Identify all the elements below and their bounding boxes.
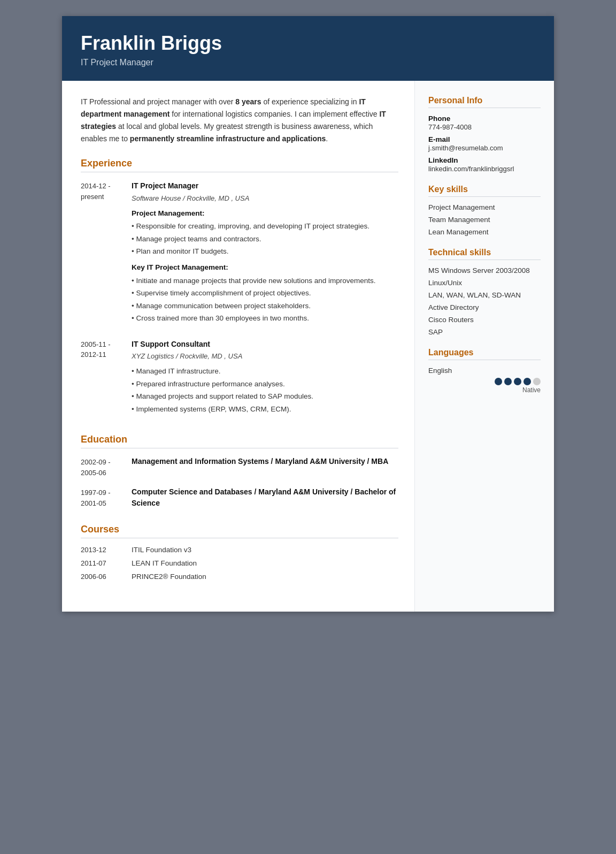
exp-job-title: IT Support Consultant (132, 338, 398, 350)
dot-2 (504, 378, 512, 385)
education-title: Education (81, 434, 398, 448)
education-entry: 2002-09 -2005-06 Management and Informat… (81, 456, 398, 478)
candidate-title: IT Project Manager (81, 58, 535, 67)
candidate-name: Franklin Briggs (81, 32, 535, 55)
main-column: IT Professional and project manager with… (62, 81, 415, 612)
exp-bullets: Managed IT infrastructure. Prepared infr… (132, 365, 398, 415)
language-name: English (428, 367, 541, 375)
course-date: 2006-06 (81, 573, 132, 581)
experience-title: Experience (81, 158, 398, 172)
dot-4 (523, 378, 531, 385)
technical-skill-item: Cisco Routers (428, 316, 541, 324)
key-skills-section: Key skills Project Management Team Manag… (428, 185, 541, 236)
course-name: LEAN IT Foundation (132, 559, 398, 567)
courses-title: Courses (81, 524, 398, 538)
course-name: ITIL Foundation v3 (132, 546, 398, 554)
resume-body: IT Professional and project manager with… (62, 81, 554, 612)
bullet-item: Managed IT infrastructure. (132, 365, 398, 377)
course-name: PRINCE2® Foundation (132, 573, 398, 581)
language-dots (428, 378, 541, 385)
exp-job-title: IT Project Manager (132, 180, 398, 192)
phone-value: 774-987-4008 (428, 123, 541, 131)
experience-entry: 2014-12 -present IT Project Manager Soft… (81, 180, 398, 329)
bullet-item: Supervise timely accomplishment of proje… (132, 287, 398, 299)
language-item: English Native (428, 367, 541, 394)
linkedin-value: linkedin.com/franklinbriggsrl (428, 165, 541, 173)
bullet-item: Responsible for creating, improving, and… (132, 220, 398, 232)
dot-5 (533, 378, 541, 385)
exp-date: 2014-12 -present (81, 180, 132, 329)
course-date: 2013-12 (81, 546, 132, 554)
resume-header: Franklin Briggs IT Project Manager (62, 16, 554, 81)
summary-section: IT Professional and project manager with… (81, 96, 398, 145)
edu-content: Management and Information Systems / Mar… (132, 456, 398, 478)
email-value: j.smith@resumelab.com (428, 144, 541, 152)
personal-info-title: Personal Info (428, 96, 541, 108)
technical-skill-item: Active Directory (428, 303, 541, 311)
bullet-item: Initiate and manage projects that provid… (132, 275, 398, 287)
exp-bullets: Responsible for creating, improving, and… (132, 220, 398, 257)
personal-info-section: Personal Info Phone 774-987-4008 E-mail … (428, 96, 541, 173)
bullet-item: Cross trained more than 30 employees in … (132, 312, 398, 324)
technical-skills-section: Technical skills MS Windows Server 2003/… (428, 248, 541, 336)
experience-section: Experience 2014-12 -present IT Project M… (81, 158, 398, 419)
exp-subtitle: Key IT Project Management: (132, 262, 398, 273)
skill-item: Team Management (428, 216, 541, 224)
exp-bullets: Initiate and manage projects that provid… (132, 275, 398, 324)
experience-entry: 2005-11 -2012-11 IT Support Consultant X… (81, 338, 398, 420)
exp-company: Software House / Rockville, MD , USA (132, 193, 398, 204)
dot-1 (495, 378, 502, 385)
languages-section: Languages English Native (428, 348, 541, 394)
languages-title: Languages (428, 348, 541, 360)
course-entry: 2011-07 LEAN IT Foundation (81, 559, 398, 567)
skill-item: Project Management (428, 203, 541, 211)
technical-skill-item: MS Windows Server 2003/2008 (428, 266, 541, 274)
phone-label: Phone (428, 115, 541, 123)
bullet-item: Manage communication between project sta… (132, 300, 398, 312)
language-level: Native (428, 386, 541, 394)
bullet-item: Implemented systems (ERP, WMS, CRM, ECM)… (132, 403, 398, 415)
exp-date: 2005-11 -2012-11 (81, 338, 132, 420)
edu-date: 1997-09 -2001-05 (81, 486, 132, 509)
exp-content: IT Project Manager Software House / Rock… (132, 180, 398, 329)
exp-subtitle: Project Management: (132, 208, 398, 219)
linkedin-label: LinkedIn (428, 156, 541, 164)
technical-skills-title: Technical skills (428, 248, 541, 260)
bullet-item: Managed projects and support related to … (132, 391, 398, 402)
skill-item: Lean Management (428, 228, 541, 236)
dot-3 (514, 378, 521, 385)
technical-skill-item: SAP (428, 328, 541, 336)
exp-company: XYZ Logistics / Rockville, MD , USA (132, 351, 398, 362)
edu-content: Computer Science and Databases / Marylan… (132, 486, 398, 509)
education-section: Education 2002-09 -2005-06 Management an… (81, 434, 398, 509)
bullet-item: Manage project teams and contractors. (132, 233, 398, 245)
resume-document: Franklin Briggs IT Project Manager IT Pr… (62, 16, 554, 612)
course-entry: 2013-12 ITIL Foundation v3 (81, 546, 398, 554)
technical-skill-item: Linux/Unix (428, 279, 541, 287)
course-entry: 2006-06 PRINCE2® Foundation (81, 573, 398, 581)
side-column: Personal Info Phone 774-987-4008 E-mail … (415, 81, 554, 612)
bullet-item: Prepared infrastructure performance anal… (132, 378, 398, 390)
email-label: E-mail (428, 135, 541, 143)
course-date: 2011-07 (81, 559, 132, 567)
bullet-item: Plan and monitor IT budgets. (132, 246, 398, 257)
education-entry: 1997-09 -2001-05 Computer Science and Da… (81, 486, 398, 509)
edu-date: 2002-09 -2005-06 (81, 456, 132, 478)
exp-content: IT Support Consultant XYZ Logistics / Ro… (132, 338, 398, 420)
key-skills-title: Key skills (428, 185, 541, 197)
courses-section: Courses 2013-12 ITIL Foundation v3 2011-… (81, 524, 398, 581)
technical-skill-item: LAN, WAN, WLAN, SD-WAN (428, 291, 541, 299)
